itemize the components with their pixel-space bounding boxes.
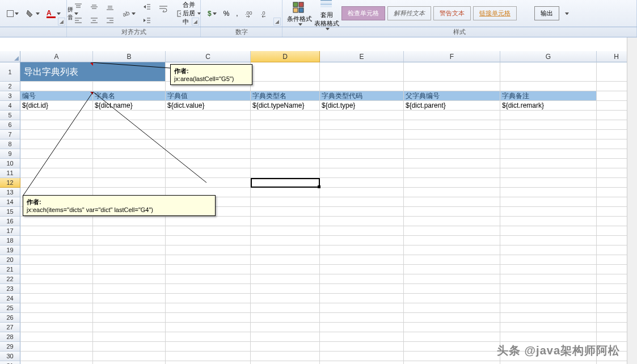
cell[interactable]	[500, 207, 597, 217]
cell[interactable]	[500, 120, 597, 130]
cell[interactable]	[251, 332, 320, 342]
cell[interactable]	[404, 323, 500, 332]
cell[interactable]	[500, 159, 597, 168]
cell[interactable]	[93, 352, 166, 361]
cell[interactable]	[404, 82, 500, 91]
cell[interactable]	[251, 284, 320, 294]
cell[interactable]	[93, 226, 166, 236]
style-link-cell[interactable]: 链接单元格	[473, 6, 517, 20]
cell[interactable]	[20, 82, 93, 91]
cell[interactable]: ${dict.id}	[20, 101, 93, 111]
cell[interactable]	[93, 139, 166, 149]
cell[interactable]: 父字典编号	[404, 91, 500, 101]
cell[interactable]	[20, 130, 93, 139]
number-dialog-launcher[interactable]: ◢	[273, 18, 281, 26]
cell[interactable]	[20, 342, 93, 352]
increase-indent-button[interactable]	[140, 14, 154, 27]
cell[interactable]	[166, 149, 251, 159]
cell[interactable]	[404, 265, 500, 274]
cell[interactable]	[320, 332, 404, 342]
cell[interactable]	[404, 274, 500, 284]
cell[interactable]	[251, 217, 320, 226]
cell[interactable]	[93, 159, 166, 168]
cell[interactable]	[320, 197, 404, 207]
cell[interactable]	[251, 111, 320, 120]
row-header[interactable]: 30	[0, 352, 20, 361]
row-header[interactable]: 5	[0, 111, 20, 120]
merge-center-button[interactable]: 合并后居中	[174, 0, 204, 28]
cell[interactable]	[404, 217, 500, 226]
cell[interactable]	[500, 284, 597, 294]
cell[interactable]	[93, 236, 166, 246]
cell[interactable]	[166, 159, 251, 168]
column-header[interactable]: C	[166, 51, 251, 62]
cell[interactable]	[93, 111, 166, 120]
cell[interactable]	[251, 294, 320, 303]
cell[interactable]	[251, 313, 320, 323]
cell[interactable]	[251, 188, 320, 197]
cell[interactable]	[320, 82, 404, 91]
cell[interactable]	[320, 236, 404, 246]
cell[interactable]	[320, 168, 404, 178]
percent-button[interactable]: %	[221, 8, 233, 19]
cell[interactable]	[320, 361, 404, 364]
cell[interactable]	[320, 188, 404, 197]
cell[interactable]: 导出字典列表	[20, 62, 166, 82]
cell[interactable]	[500, 303, 597, 313]
cell[interactable]: ${dict.name}	[93, 101, 166, 111]
conditional-format-button[interactable]: 条件格式	[286, 1, 313, 26]
cell[interactable]	[20, 352, 93, 361]
cell[interactable]	[20, 361, 93, 364]
cell[interactable]	[20, 284, 93, 294]
cell[interactable]	[251, 255, 320, 265]
cell[interactable]	[93, 246, 166, 255]
fill-color-button[interactable]	[23, 7, 43, 20]
cell[interactable]	[320, 342, 404, 352]
cell[interactable]	[500, 149, 597, 159]
cell[interactable]	[404, 352, 500, 361]
row-header[interactable]: 12	[0, 178, 20, 188]
cell[interactable]	[166, 130, 251, 139]
row-header[interactable]: 19	[0, 246, 20, 255]
comma-button[interactable]: ,	[233, 8, 241, 19]
cell[interactable]	[404, 236, 500, 246]
cell[interactable]	[93, 294, 166, 303]
cell[interactable]	[320, 130, 404, 139]
cell[interactable]	[404, 284, 500, 294]
cell[interactable]	[93, 284, 166, 294]
cell[interactable]	[500, 236, 597, 246]
cell[interactable]	[166, 323, 251, 332]
align-top-button[interactable]	[71, 1, 86, 13]
column-header[interactable]: F	[404, 51, 500, 62]
cell[interactable]	[251, 323, 320, 332]
cell[interactable]	[404, 62, 500, 82]
cell[interactable]	[20, 255, 93, 265]
style-check-cell[interactable]: 检查单元格	[341, 6, 385, 20]
cell[interactable]	[20, 265, 93, 274]
row-header[interactable]: 29	[0, 342, 20, 352]
cell[interactable]	[20, 226, 93, 236]
cell[interactable]	[20, 120, 93, 130]
style-explanatory[interactable]: 解释性文本	[387, 6, 431, 20]
cell[interactable]	[404, 342, 500, 352]
cell[interactable]	[20, 236, 93, 246]
cell[interactable]	[251, 62, 320, 82]
cell[interactable]	[166, 236, 251, 246]
row-header[interactable]: 4	[0, 101, 20, 111]
currency-button[interactable]: $	[205, 8, 220, 19]
cell[interactable]	[166, 303, 251, 313]
decrease-indent-button[interactable]	[140, 1, 154, 13]
row-header[interactable]: 14	[0, 197, 20, 207]
row-header[interactable]: 28	[0, 332, 20, 342]
row-header[interactable]: 25	[0, 303, 20, 313]
cell[interactable]	[500, 361, 597, 364]
cell[interactable]	[500, 217, 597, 226]
cell[interactable]	[251, 130, 320, 139]
cell[interactable]	[93, 255, 166, 265]
table-format-button[interactable]: 套用 表格格式	[313, 0, 340, 30]
row-header[interactable]: 16	[0, 217, 20, 226]
cell[interactable]	[93, 120, 166, 130]
cell[interactable]	[404, 255, 500, 265]
cell[interactable]	[320, 120, 404, 130]
cell[interactable]	[251, 120, 320, 130]
